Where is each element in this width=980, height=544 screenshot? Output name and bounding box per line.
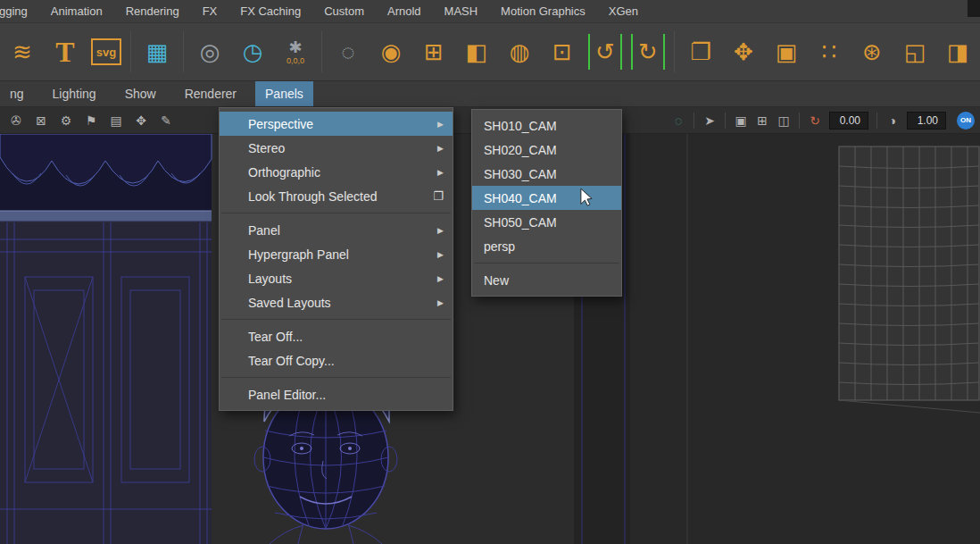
menu-item-label: SH040_CAM xyxy=(484,191,557,205)
menu-item-hypergraph-panel[interactable]: Hypergraph Panel ▶ xyxy=(220,242,453,266)
perspective-submenu: SH010_CAM SH020_CAM SH030_CAM SH040_CAM … xyxy=(471,109,622,297)
toolbar-divider xyxy=(799,113,800,129)
menu-rigging[interactable]: gging xyxy=(0,0,39,22)
bookmark-icon[interactable]: ⚑ xyxy=(80,113,102,128)
camera-lock-icon[interactable]: ⊠ xyxy=(30,113,52,128)
lasso-icon[interactable]: ◌ xyxy=(331,32,365,71)
menu-item-label: Panel xyxy=(248,223,280,238)
menu-item-label: Perspective xyxy=(248,117,313,131)
menu-item-look-through-selected[interactable]: Look Through Selected ❐ xyxy=(220,184,453,208)
shelf-separator xyxy=(130,31,131,72)
camera-icon[interactable]: ✇ xyxy=(5,113,27,128)
exposure-field[interactable]: 0.00 xyxy=(829,112,868,130)
menu-item-label: Saved Layouts xyxy=(248,296,331,310)
submenu-arrow-icon: ▶ xyxy=(437,168,444,177)
menu-rendering[interactable]: Rendering xyxy=(114,0,191,22)
pop-panel-icon[interactable]: ◫ xyxy=(773,113,794,128)
menu-separator xyxy=(474,263,619,264)
submenu-item-sh020-cam[interactable]: SH020_CAM xyxy=(472,138,621,162)
gamma-icon[interactable]: ◑ xyxy=(882,113,903,128)
grease-pencil-icon[interactable]: ✎ xyxy=(155,113,177,128)
shelf-separator xyxy=(674,31,675,72)
menu-item-stereo[interactable]: Stereo ▶ xyxy=(220,136,453,160)
panel-menu-shading[interactable]: ng xyxy=(0,81,34,106)
submenu-arrow-icon: ▶ xyxy=(437,144,444,153)
maya-window: gging Animation Rendering FX FX Caching … xyxy=(0,0,980,544)
quad-draw-icon[interactable]: ⊞ xyxy=(417,32,451,71)
cube-plane-icon[interactable]: ◱ xyxy=(898,32,932,71)
submenu-item-sh050-cam[interactable]: SH050_CAM xyxy=(472,210,621,234)
circle-select-icon[interactable]: ◌ xyxy=(668,113,689,128)
menu-fx-caching[interactable]: FX Caching xyxy=(228,0,312,22)
sphere-project-icon[interactable]: ◍ xyxy=(502,32,536,71)
viewport-toolbar-left: ✇ ⊠ ⚙ ⚑ ▤ ✥ ✎ xyxy=(5,113,177,128)
submenu-item-new[interactable]: New xyxy=(472,268,621,292)
half-square-icon[interactable]: ◨ xyxy=(941,32,975,71)
menu-separator xyxy=(221,213,451,213)
grid-fill-icon[interactable]: ⊡ xyxy=(545,32,579,71)
origin-glyph: ✱ xyxy=(288,39,302,55)
rotate-cw-icon[interactable]: ↻ xyxy=(631,34,665,70)
scatter-icon[interactable]: ✥ xyxy=(727,32,760,71)
snap-rotate-icon[interactable]: ◎ xyxy=(193,32,227,71)
rotate-ccw-icon[interactable]: ↺ xyxy=(588,34,622,70)
menu-item-saved-layouts[interactable]: Saved Layouts ▶ xyxy=(220,290,453,314)
cubes-cluster-icon[interactable]: ∷ xyxy=(812,32,846,71)
curves-tool-icon[interactable]: ≋ xyxy=(5,32,39,71)
select-arrow-icon[interactable]: ➤ xyxy=(699,113,720,128)
sphere-poly-icon[interactable]: ◉ xyxy=(374,32,408,71)
menu-item-label: Stereo xyxy=(248,141,285,155)
camera-attributes-icon[interactable]: ⚙ xyxy=(55,113,77,128)
panel-menu-lighting[interactable]: Lighting xyxy=(43,81,106,106)
pan-zoom-icon[interactable]: ✥ xyxy=(130,113,152,128)
panel-menu-show[interactable]: Show xyxy=(115,81,166,106)
split-panel-icon[interactable]: ⊞ xyxy=(752,113,773,128)
menu-item-tear-off-copy[interactable]: Tear Off Copy... xyxy=(220,348,453,372)
menu-mash[interactable]: MASH xyxy=(433,0,490,22)
submenu-arrow-icon: ▶ xyxy=(437,250,444,259)
wheel-icon[interactable]: ⊛ xyxy=(855,32,889,71)
table-tool-icon[interactable]: ▦ xyxy=(140,32,174,71)
svg-tool-icon[interactable]: svg xyxy=(91,38,121,65)
menu-item-orthographic[interactable]: Orthographic ▶ xyxy=(220,160,453,184)
menu-item-label: Tear Off Copy... xyxy=(248,354,335,368)
submenu-item-persp[interactable]: persp xyxy=(472,234,621,258)
menu-arnold[interactable]: Arnold xyxy=(376,0,433,22)
copy-panel-icon[interactable]: ▣ xyxy=(730,113,752,128)
corner-block xyxy=(968,0,980,17)
image-plane-icon[interactable]: ▤ xyxy=(105,113,127,128)
poly-cube-icon[interactable]: ❐ xyxy=(684,32,718,71)
text-tool-icon[interactable]: T xyxy=(48,32,82,71)
gamma-field[interactable]: 1.00 xyxy=(907,112,946,130)
menu-item-label: Panel Editor... xyxy=(248,388,326,402)
menu-item-panel[interactable]: Panel ▶ xyxy=(220,218,453,242)
menu-item-label: SH010_CAM xyxy=(484,119,557,133)
wire-cube-icon[interactable]: ▣ xyxy=(769,32,803,71)
menu-motion-graphics[interactable]: Motion Graphics xyxy=(489,0,597,22)
menu-item-layouts[interactable]: Layouts ▶ xyxy=(220,266,453,290)
color-management-toggle[interactable]: ON xyxy=(957,112,975,130)
submenu-item-sh040-cam[interactable]: SH040_CAM xyxy=(472,186,621,210)
menu-item-panel-editor[interactable]: Panel Editor... xyxy=(220,382,453,406)
submenu-item-sh010-cam[interactable]: SH010_CAM xyxy=(472,113,621,138)
origin-icon[interactable]: ✱ 0,0,0 xyxy=(278,32,312,71)
panel-menu-renderer[interactable]: Renderer xyxy=(175,81,246,106)
panel-menu-panels[interactable]: Panels xyxy=(255,81,313,106)
menu-animation[interactable]: Animation xyxy=(39,0,114,22)
toolbar-divider xyxy=(876,113,877,129)
menu-xgen[interactable]: XGen xyxy=(597,0,650,22)
right-wall-wireframe xyxy=(839,146,980,413)
menu-item-label: New xyxy=(484,273,509,288)
shelf-toolbar: ≋ T svg ▦ ◎ ◷ ✱ 0,0,0 ◌ ◉ ⊞ ◧ ◍ ⊡ ↺ ↻ ❐ … xyxy=(0,22,980,81)
submenu-item-sh030-cam[interactable]: SH030_CAM xyxy=(472,162,621,186)
snap-time-icon[interactable]: ◷ xyxy=(236,32,270,71)
menu-item-tear-off[interactable]: Tear Off... xyxy=(220,324,453,348)
menu-item-perspective[interactable]: Perspective ▶ xyxy=(220,112,453,136)
main-menubar: gging Animation Rendering FX FX Caching … xyxy=(0,0,980,22)
refresh-icon[interactable]: ↻ xyxy=(804,113,826,128)
menu-fx[interactable]: FX xyxy=(191,0,229,22)
cube-cylinder-icon[interactable]: ◧ xyxy=(460,32,494,71)
panel-menubar: ng Lighting Show Renderer Panels xyxy=(0,81,980,107)
menu-custom[interactable]: Custom xyxy=(312,0,376,22)
menu-item-label: Look Through Selected xyxy=(248,189,378,204)
